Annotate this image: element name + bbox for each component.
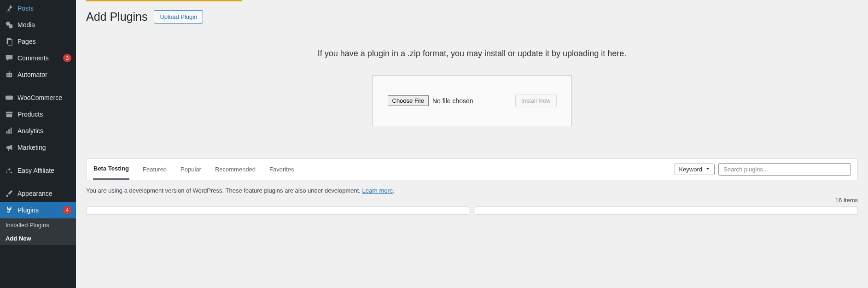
submenu-installed-plugins[interactable]: Installed Plugins [0,218,76,232]
archive-icon [5,110,14,119]
admin-sidebar: Posts Media Pages Comments 3 Automator W… [0,0,76,288]
svg-rect-12 [8,129,10,134]
comments-badge: 3 [63,54,71,62]
filter-bar: Beta Testing Featured Popular Recommende… [86,159,858,180]
file-input-row: Choose File No file chosen [388,95,473,106]
file-status-text: No file chosen [432,97,473,105]
svg-rect-10 [6,114,12,117]
sidebar-separator [0,83,76,89]
plugins-badge: 4 [63,206,71,214]
sidebar-item-woocommerce[interactable]: WooCommerce [0,89,76,106]
plug-icon [5,206,14,215]
main-content: Add Plugins Upload Plugin If you have a … [76,0,868,288]
sidebar-item-label: Media [17,21,71,29]
install-now-button[interactable]: Install Now [515,94,557,107]
sidebar-item-easyaffiliate[interactable]: Easy Affiliate [0,162,76,179]
search-type-select[interactable]: Keyword [675,164,715,175]
comment-icon [5,53,14,63]
tab-recommended[interactable]: Recommended [215,159,256,180]
robot-icon [5,70,14,79]
page-title: Add Plugins [86,10,147,24]
plugin-cards-row [86,206,858,215]
pin-icon [5,4,14,13]
plugin-card[interactable] [86,206,469,215]
filter-controls: Keyword [675,163,851,176]
sparkle-icon [5,166,14,175]
sidebar-item-label: Pages [17,38,71,45]
svg-rect-4 [6,73,12,77]
sidebar-item-media[interactable]: Media [0,17,76,33]
svg-rect-9 [6,112,12,114]
choose-file-button[interactable]: Choose File [388,95,429,106]
upload-form: Choose File No file chosen Install Now [373,75,572,126]
sidebar-item-label: Plugins [17,206,61,214]
sidebar-item-products[interactable]: Products [0,106,76,123]
sidebar-item-label: Appearance [17,190,71,197]
sidebar-item-label: Comments [17,54,61,62]
sidebar-item-comments[interactable]: Comments 3 [0,50,76,66]
tab-featured[interactable]: Featured [142,159,167,180]
notice-border [86,0,242,1]
results-count: 16 items [86,197,858,204]
sidebar-item-automator[interactable]: Automator [0,66,76,83]
sidebar-item-label: Easy Affiliate [17,167,71,174]
bar-chart-icon [5,126,14,135]
sidebar-item-plugins[interactable]: Plugins 4 [0,202,76,218]
svg-point-5 [7,75,9,76]
pages-icon [5,37,14,46]
svg-rect-1 [9,24,12,28]
sidebar-item-pages[interactable]: Pages [0,33,76,50]
sidebar-separator [0,156,76,162]
dev-info-text: You are using a development version of W… [86,187,362,194]
megaphone-icon [5,143,14,152]
sidebar-item-label: WooCommerce [17,94,71,101]
svg-point-14 [11,172,12,174]
sidebar-item-label: Posts [17,5,71,12]
media-icon [5,20,14,29]
page-heading: Add Plugins Upload Plugin [86,10,858,24]
sidebar-item-label: Analytics [17,127,71,135]
woo-icon [5,93,14,102]
svg-rect-11 [6,131,8,134]
tab-beta-testing[interactable]: Beta Testing [93,159,129,180]
sidebar-item-appearance[interactable]: Appearance [0,185,76,202]
filter-tabs: Beta Testing Featured Popular Recommende… [93,159,295,180]
svg-point-15 [6,171,7,173]
sidebar-item-label: Automator [17,71,71,78]
upload-plugin-button[interactable]: Upload Plugin [154,10,203,24]
svg-rect-7 [9,71,10,73]
plugins-submenu: Installed Plugins Add New [0,218,76,245]
svg-point-6 [10,75,11,76]
plugin-card[interactable] [475,206,858,215]
svg-rect-3 [8,40,12,46]
dev-info-row: You are using a development version of W… [86,187,858,194]
tab-favorites[interactable]: Favorites [269,159,294,180]
sidebar-item-marketing[interactable]: Marketing [0,139,76,156]
learn-more-link[interactable]: Learn more [362,187,393,194]
search-type-label: Keyword [679,166,702,173]
svg-rect-13 [11,128,12,134]
brush-icon [5,189,14,198]
tab-popular[interactable]: Popular [180,159,202,180]
sidebar-separator [0,179,76,185]
sidebar-item-label: Products [17,111,71,118]
sidebar-item-posts[interactable]: Posts [0,0,76,17]
sidebar-item-label: Marketing [17,144,71,151]
search-plugins-input[interactable] [718,163,851,176]
svg-rect-8 [6,96,13,100]
sidebar-item-analytics[interactable]: Analytics [0,123,76,139]
chevron-down-icon [705,166,711,173]
submenu-add-new[interactable]: Add New [0,232,76,245]
upload-instruction: If you have a plugin in a .zip format, y… [86,49,858,59]
